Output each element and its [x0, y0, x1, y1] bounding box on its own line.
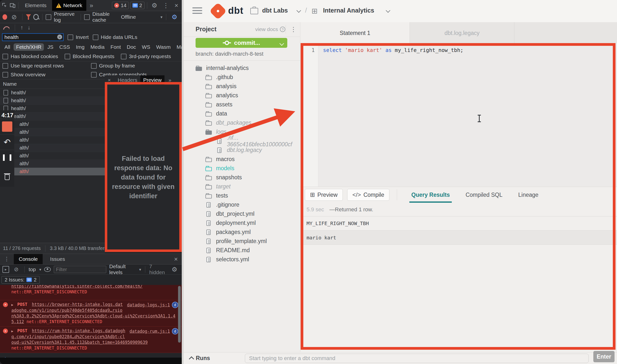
import-har-icon[interactable]: ↑ [20, 25, 23, 30]
filter-chip[interactable]: CSS [57, 43, 73, 51]
issue-count-badge[interactable]: 2 [130, 2, 145, 9]
stop-recording-button[interactable] [0, 119, 14, 134]
filter-input[interactable] [2, 33, 64, 41]
filter-chip[interactable]: Doc [124, 43, 138, 51]
filter-checkbox[interactable]: Blocked Requests [65, 53, 114, 59]
chevron-down-icon[interactable] [296, 8, 301, 13]
issues-counter[interactable]: 2 Issues: 2 [1, 276, 40, 284]
log-levels-dropdown[interactable]: Default levels ▾ [109, 264, 141, 275]
chevron-down-icon[interactable]: ▾ [161, 15, 163, 19]
record-icon[interactable] [2, 14, 7, 20]
file-tree-item[interactable]: dbt_packages [184, 118, 300, 127]
detail-tab[interactable]: Preview [140, 75, 165, 85]
console-scrollbar[interactable] [178, 286, 181, 343]
preserve-log-checkbox[interactable]: Preserve log [46, 11, 77, 23]
expand-caret-icon[interactable]: ▶ [11, 329, 13, 333]
close-icon[interactable]: × [173, 2, 180, 9]
search-icon[interactable] [33, 14, 38, 20]
clear-icon[interactable]: ⊘ [10, 14, 19, 20]
pause-recording-button[interactable] [0, 150, 14, 165]
chevron-down-icon[interactable] [386, 8, 390, 13]
compile-button[interactable]: </> Compile [347, 189, 389, 201]
kebab-menu-icon[interactable]: ⋮ [161, 2, 171, 9]
error-url-link[interactable]: https://rum-http-intake.logs.datadoghq.c… [11, 328, 148, 345]
invert-checkbox[interactable]: Invert [68, 34, 89, 40]
console-kebab-icon[interactable]: ⋮ [2, 256, 11, 262]
file-tree-item[interactable]: .gitignore [184, 200, 300, 209]
dbt-logo-icon[interactable] [211, 4, 225, 18]
view-docs-link[interactable]: view docs ? [255, 26, 285, 32]
hamburger-menu-icon[interactable] [192, 7, 202, 15]
file-tree-item[interactable]: deployment.yml [184, 218, 300, 228]
file-tree-item[interactable]: data [184, 109, 300, 118]
restart-recording-button[interactable]: ↶ [0, 134, 14, 150]
file-tree-item[interactable]: assets [184, 100, 300, 109]
file-tree-item[interactable]: analytics [184, 91, 300, 100]
option-checkbox[interactable]: Use large request rows [2, 63, 91, 69]
filter-chip[interactable]: All [2, 43, 13, 51]
file-tree-item[interactable]: internal-analytics [184, 64, 300, 73]
preview-button[interactable]: ⊞ Preview [305, 189, 343, 201]
file-tree-item[interactable]: .nf…3665c416bfecb1000000cf [184, 136, 300, 146]
filter-chip[interactable]: JS [45, 43, 56, 51]
device-toolbar-icon[interactable] [9, 2, 16, 9]
error-source-link[interactable]: datadog-rum.js:1 [129, 329, 170, 334]
clear-console-icon[interactable]: ⊘ [12, 267, 20, 272]
filter-funnel-icon[interactable] [26, 14, 31, 20]
hide-data-urls-checkbox[interactable]: Hide data URLs [93, 34, 137, 40]
detail-tab[interactable]: Headers [115, 75, 140, 85]
delete-recording-button[interactable] [0, 169, 14, 184]
enter-button[interactable]: Enter [593, 351, 615, 362]
inspect-cursor-icon[interactable] [1, 2, 8, 9]
console-tab[interactable]: Issues [45, 254, 70, 264]
filter-chip[interactable]: Fetch/XHR [14, 43, 44, 51]
context-selector[interactable]: top ▾ [29, 266, 41, 272]
close-detail-icon[interactable]: × [105, 75, 114, 85]
file-tree-item[interactable]: .github [184, 73, 300, 82]
account-selector[interactable]: dbt Labs [262, 7, 288, 14]
close-console-icon[interactable]: × [172, 256, 180, 262]
results-row[interactable]: mario kart [300, 231, 617, 245]
file-tree-item[interactable]: packages.yml [184, 228, 300, 237]
file-tree-item[interactable]: dbt_project.yml [184, 209, 300, 218]
dbt-command-input[interactable] [245, 354, 589, 363]
expand-caret-icon[interactable]: ▶ [11, 303, 13, 307]
file-tree-item[interactable]: README.md [184, 246, 300, 255]
file-tree-item[interactable]: models [184, 164, 300, 173]
tab-elements[interactable]: Elements [21, 0, 51, 11]
error-count-badge[interactable]: × 14 [112, 2, 128, 9]
disable-cache-checkbox[interactable]: Disable cache [84, 11, 118, 23]
filter-chip[interactable]: Wasm [154, 43, 173, 51]
console-filter-input[interactable] [54, 266, 106, 273]
more-detail-tabs-icon[interactable]: » [165, 75, 174, 85]
file-tree-item[interactable]: selectors.yml [184, 255, 300, 264]
more-tabs-icon[interactable]: » [88, 2, 95, 9]
error-url-link[interactable]: https://fishtownanalytics.sinter-collect… [11, 285, 143, 289]
filter-chip[interactable]: Font [108, 43, 123, 51]
file-tree-item[interactable]: profile_template.yml [184, 237, 300, 246]
console-tab[interactable]: Console [14, 254, 43, 264]
network-conditions-icon[interactable] [3, 26, 9, 30]
sql-editor[interactable]: 1 select 'mario kart' as my_life_right_n… [300, 44, 617, 187]
filter-chip[interactable]: Img [73, 43, 87, 51]
editor-tab[interactable]: dbt.log.legacy [410, 22, 514, 44]
file-tree-item[interactable]: target [184, 182, 300, 191]
file-tree-item[interactable]: snapshots [184, 173, 300, 182]
throttling-dropdown[interactable]: Offline [121, 14, 136, 20]
filter-chip[interactable]: Manifest [174, 43, 182, 51]
runs-toggle[interactable]: Runs [190, 355, 210, 362]
file-tree-item[interactable]: tests [184, 191, 300, 200]
filter-checkbox[interactable]: 3rd-party requests [121, 53, 171, 59]
tab-network[interactable]: Network [52, 0, 86, 11]
results-tab[interactable]: Lineage [510, 187, 546, 203]
project-kebab-icon[interactable]: ⋮ [286, 25, 297, 34]
export-har-icon[interactable]: ↓ [28, 25, 30, 30]
commit-button[interactable]: commit... [196, 38, 287, 48]
filter-chip[interactable]: WS [139, 43, 153, 51]
console-settings-gear-icon[interactable]: ⚙ [170, 266, 179, 273]
settings-gear-icon[interactable]: ⚙ [150, 2, 159, 9]
clear-filter-icon[interactable]: × [57, 34, 62, 39]
option-checkbox[interactable]: Group by frame [91, 63, 180, 69]
filter-chip[interactable]: Media [88, 43, 107, 51]
console-sidebar-icon[interactable]: ▸ [2, 266, 9, 273]
